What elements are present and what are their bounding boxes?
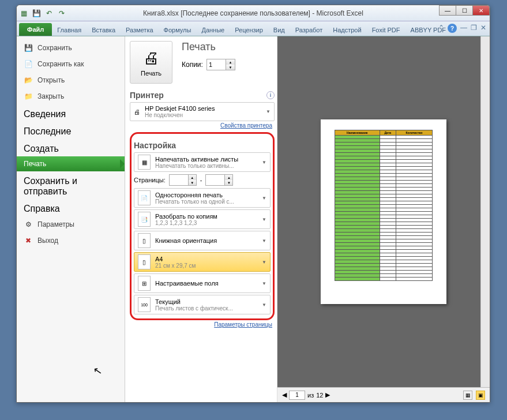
setting-sides[interactable]: 📄 Односторонняя печать Печатать только н… bbox=[134, 188, 271, 208]
tab-home[interactable]: Главная bbox=[52, 24, 87, 36]
save-as-icon: 📄 bbox=[24, 59, 33, 69]
next-page-button[interactable]: ▶ bbox=[325, 391, 330, 399]
pages-label: Страницы: bbox=[134, 177, 166, 183]
copies-down[interactable]: ▼ bbox=[226, 65, 235, 70]
tab-data[interactable]: Данные bbox=[196, 24, 230, 36]
maximize-button[interactable]: ☐ bbox=[456, 5, 473, 16]
tab-layout[interactable]: Разметка bbox=[121, 24, 159, 36]
sidebar-close-label: Закрыть bbox=[37, 92, 64, 100]
setting-size-title: A4 bbox=[155, 256, 196, 262]
doc-close-icon[interactable]: ✕ bbox=[480, 24, 486, 33]
copies-spinner[interactable]: ▲▼ bbox=[206, 59, 235, 70]
setting-margins[interactable]: ⊞ Настраиваемые поля ▼ bbox=[134, 273, 271, 293]
print-settings-panel: 🖨 Печать Печать Копии: ▲▼ Принтер bbox=[125, 36, 277, 402]
setting-sides-sub: Печатать только на одной с... bbox=[155, 198, 234, 205]
copies-label: Копии: bbox=[182, 61, 203, 69]
paper-icon: ▯ bbox=[138, 254, 151, 269]
sidebar-recent[interactable]: Последние bbox=[17, 122, 125, 139]
setting-orientation[interactable]: ▯ Книжная ориентация ▼ bbox=[134, 231, 271, 250]
tab-addins[interactable]: Надстрой bbox=[328, 24, 366, 36]
sidebar-close[interactable]: 📁Закрыть bbox=[17, 88, 125, 104]
copies-up[interactable]: ▲ bbox=[226, 59, 235, 65]
ribbon-expand-icon[interactable]: ⌃ bbox=[438, 24, 444, 33]
tab-developer[interactable]: Разработ bbox=[290, 24, 328, 36]
sidebar-print[interactable]: Печать bbox=[17, 156, 125, 171]
ribbon-tabs: Файл Главная Вставка Разметка Формулы Да… bbox=[17, 21, 490, 36]
copies-input[interactable] bbox=[207, 59, 226, 70]
doc-restore-icon[interactable]: ❐ bbox=[471, 24, 477, 33]
setting-collate[interactable]: 📑 Разобрать по копиям 1,2,3 1,2,3 1,2,3 … bbox=[134, 209, 271, 229]
setting-size-sub: 21 см x 29,7 см bbox=[155, 262, 196, 269]
pages-to-spinner[interactable]: ▲▼ bbox=[205, 174, 233, 186]
setting-papersize[interactable]: ▯ A4 21 см x 29,7 см ▼ bbox=[134, 252, 271, 272]
sidebar-share[interactable]: Сохранить и отправить bbox=[17, 171, 125, 199]
help-icon[interactable]: ? bbox=[448, 24, 457, 33]
excel-icon: ▦ bbox=[19, 9, 28, 18]
setting-print-what[interactable]: ▦ Напечатать активные листы Напечатать т… bbox=[134, 152, 271, 172]
chevron-down-icon: ▼ bbox=[262, 217, 266, 222]
setting-what-title: Напечатать активные листы bbox=[155, 156, 238, 163]
tab-formulas[interactable]: Формулы bbox=[159, 24, 197, 36]
setting-sides-title: Односторонняя печать bbox=[155, 192, 234, 198]
pages-from-input[interactable] bbox=[170, 175, 188, 185]
save-icon: 💾 bbox=[24, 43, 33, 52]
redo-icon[interactable]: ↷ bbox=[57, 9, 66, 18]
tab-file[interactable]: Файл bbox=[19, 23, 52, 36]
sidebar-options[interactable]: ⚙Параметры bbox=[17, 216, 125, 232]
sidebar-exit-label: Выход bbox=[37, 237, 58, 245]
page-number-input[interactable] bbox=[289, 391, 305, 400]
preview-table: НаименованиеДатаКоличество bbox=[335, 130, 433, 281]
exit-icon: ✖ bbox=[24, 236, 33, 245]
setting-scale[interactable]: 100 Текущий Печать листов с фактическ...… bbox=[134, 295, 271, 314]
options-icon: ⚙ bbox=[24, 220, 33, 229]
chevron-down-icon: ▼ bbox=[262, 302, 266, 308]
margins-icon: ⊞ bbox=[138, 276, 151, 291]
undo-icon[interactable]: ↶ bbox=[44, 9, 54, 18]
setting-what-sub: Напечатать только активны... bbox=[155, 163, 238, 169]
tab-view[interactable]: Вид bbox=[268, 24, 290, 36]
sidebar-open[interactable]: 📂Открыть bbox=[17, 72, 125, 88]
zoom-to-page-button[interactable]: ▣ bbox=[476, 391, 485, 400]
tab-review[interactable]: Рецензир bbox=[230, 24, 268, 36]
page-setup-link[interactable]: Параметры страницы bbox=[130, 321, 272, 328]
sidebar-exit[interactable]: ✖Выход bbox=[17, 232, 125, 249]
sidebar-new[interactable]: Создать bbox=[17, 139, 125, 156]
setting-margins-title: Настраиваемые поля bbox=[155, 280, 219, 287]
printer-properties-link[interactable]: Свойства принтера bbox=[130, 122, 272, 129]
doc-minimize-icon[interactable]: — bbox=[460, 24, 467, 33]
printer-section-header: Принтер i bbox=[130, 91, 275, 100]
setting-orientation-title: Книжная ориентация bbox=[155, 237, 217, 244]
printer-section-label: Принтер bbox=[130, 91, 164, 100]
print-preview: НаименованиеДатаКоличество ◀ из 12 ▶ ▦ ▣ bbox=[277, 36, 490, 402]
print-button-label: Печать bbox=[141, 70, 162, 77]
pages-separator: - bbox=[200, 177, 202, 183]
print-button[interactable]: 🖨 Печать bbox=[130, 41, 172, 84]
sidebar-save-as[interactable]: 📄Сохранить как bbox=[17, 56, 125, 72]
sidebar-info[interactable]: Сведения bbox=[17, 104, 125, 122]
show-margins-button[interactable]: ▦ bbox=[463, 391, 472, 400]
sidebar-options-label: Параметры bbox=[37, 220, 74, 228]
tab-insert[interactable]: Вставка bbox=[87, 24, 121, 36]
portrait-icon: ▯ bbox=[138, 233, 151, 248]
preview-scrollbar-vertical[interactable] bbox=[480, 36, 490, 387]
minimize-button[interactable]: — bbox=[439, 5, 456, 16]
tab-foxit[interactable]: Foxit PDF bbox=[367, 24, 405, 36]
printer-selector[interactable]: 🖨 HP Deskjet F4100 series Не подключен ▼ bbox=[130, 102, 275, 121]
sidebar-save-label: Сохранить bbox=[37, 44, 72, 52]
prev-page-button[interactable]: ◀ bbox=[282, 391, 287, 399]
setting-collate-sub: 1,2,3 1,2,3 1,2,3 bbox=[155, 220, 217, 226]
close-button[interactable]: ✕ bbox=[472, 5, 490, 16]
setting-scale-sub: Печать листов с фактическ... bbox=[155, 305, 233, 312]
pages-from-spinner[interactable]: ▲▼ bbox=[169, 174, 197, 186]
chevron-down-icon: ▼ bbox=[262, 238, 266, 243]
sidebar-help[interactable]: Справка bbox=[17, 199, 125, 216]
collate-icon: 📑 bbox=[138, 212, 151, 227]
info-icon[interactable]: i bbox=[266, 91, 275, 99]
preview-page: НаименованиеДатаКоличество bbox=[321, 119, 446, 304]
sidebar-save-as-label: Сохранить как bbox=[37, 60, 84, 68]
pages-to-input[interactable] bbox=[206, 175, 224, 185]
sidebar-save[interactable]: 💾Сохранить bbox=[17, 40, 125, 56]
backstage-sidebar: 💾Сохранить 📄Сохранить как 📂Открыть 📁Закр… bbox=[17, 36, 125, 402]
save-icon[interactable]: 💾 bbox=[32, 9, 41, 18]
sidebar-print-label: Печать bbox=[24, 160, 46, 168]
